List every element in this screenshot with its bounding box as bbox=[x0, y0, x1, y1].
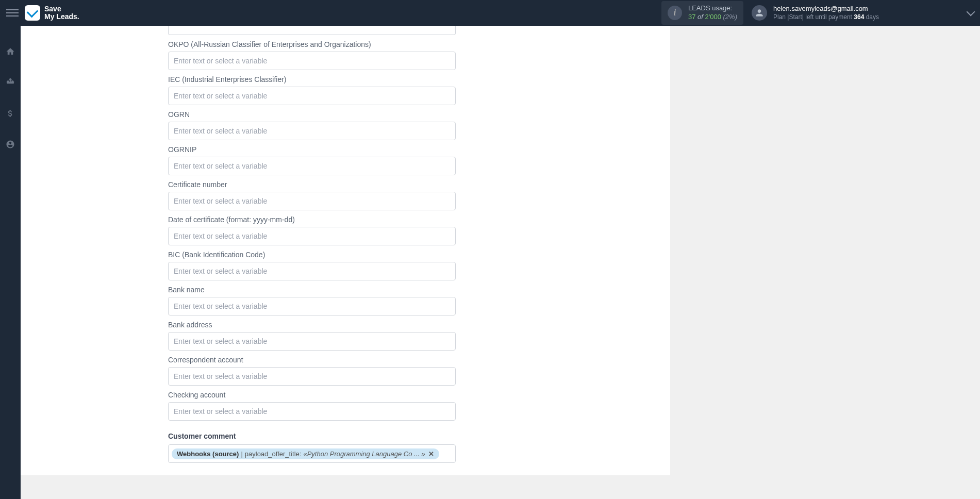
field-input[interactable] bbox=[168, 192, 456, 210]
field-input[interactable] bbox=[168, 87, 456, 105]
field-label: OGRNIP bbox=[168, 145, 655, 154]
form-group: Bank address bbox=[168, 321, 655, 351]
info-icon: i bbox=[668, 6, 682, 20]
plan-prefix: Plan | bbox=[773, 13, 789, 21]
form-group: IEC (Industrial Enterprises Classifier) bbox=[168, 75, 655, 105]
form-group: BIC (Bank Identification Code) bbox=[168, 251, 655, 280]
field-label: IEC (Industrial Enterprises Classifier) bbox=[168, 75, 655, 84]
comment-label: Customer comment bbox=[168, 432, 655, 440]
field-label: Date of certificate (format: yyyy-mm-dd) bbox=[168, 215, 655, 224]
svg-rect-0 bbox=[10, 79, 11, 80]
brand-text: Save My Leads. bbox=[44, 5, 79, 21]
svg-rect-2 bbox=[10, 82, 11, 83]
field-input[interactable] bbox=[168, 262, 456, 280]
chevron-down-icon[interactable] bbox=[967, 7, 975, 16]
usage-pct: (2%) bbox=[723, 13, 737, 21]
sidebar-home[interactable] bbox=[0, 41, 21, 62]
field-input[interactable] bbox=[168, 402, 456, 421]
field-label: Certificate number bbox=[168, 180, 655, 189]
usage-of: of bbox=[697, 13, 703, 21]
field-label: Bank address bbox=[168, 321, 655, 329]
tag-value: «Python Programming Language Co ... » bbox=[303, 450, 425, 458]
tag-pipe: | bbox=[241, 450, 242, 458]
field-input[interactable] bbox=[168, 367, 456, 386]
plan-mid: | left until payment bbox=[802, 13, 854, 21]
field-input[interactable] bbox=[168, 52, 456, 70]
plan-days: 364 bbox=[854, 13, 864, 21]
usage-values: 37 of 2'000 (2%) bbox=[688, 13, 737, 22]
svg-rect-1 bbox=[7, 82, 8, 83]
field-label: Correspondent account bbox=[168, 356, 655, 364]
brand-line1: Save bbox=[44, 5, 79, 13]
field-label: OGRN bbox=[168, 110, 655, 119]
field-input[interactable] bbox=[168, 297, 456, 315]
svg-rect-3 bbox=[12, 82, 14, 83]
tag-close-icon[interactable]: ✕ bbox=[428, 450, 434, 458]
plan-name: Start bbox=[789, 13, 802, 21]
usage-label: LEADS usage: bbox=[688, 4, 737, 13]
user-area[interactable]: helen.savemyleads@gmail.com Plan |Start|… bbox=[752, 5, 974, 21]
form-group: OKPO (All-Russian Classifier of Enterpri… bbox=[168, 40, 655, 70]
comment-tag-input[interactable]: Webhooks (source) | payload_offer_title:… bbox=[168, 444, 456, 463]
main-content: OKPO (All-Russian Classifier of Enterpri… bbox=[21, 26, 980, 499]
usage-total: 2'000 bbox=[705, 13, 721, 21]
avatar-icon bbox=[752, 5, 767, 21]
field-input[interactable] bbox=[168, 227, 456, 245]
leads-usage-box[interactable]: i LEADS usage: 37 of 2'000 (2%) bbox=[661, 1, 743, 25]
user-email: helen.savemyleads@gmail.com bbox=[773, 5, 879, 13]
form-group: Certificate number bbox=[168, 180, 655, 210]
form-group: Date of certificate (format: yyyy-mm-dd) bbox=[168, 215, 655, 245]
form-group: OGRNIP bbox=[168, 145, 655, 175]
header-right: i LEADS usage: 37 of 2'000 (2%) helen.sa… bbox=[661, 1, 974, 25]
form-container: OKPO (All-Russian Classifier of Enterpri… bbox=[21, 26, 670, 465]
usage-text: LEADS usage: 37 of 2'000 (2%) bbox=[688, 4, 737, 22]
form-group: Correspondent account bbox=[168, 356, 655, 386]
user-details: helen.savemyleads@gmail.com Plan |Start|… bbox=[773, 5, 879, 21]
top-header: Save My Leads. i LEADS usage: 37 of 2'00… bbox=[0, 0, 980, 26]
plan-suffix: days bbox=[864, 13, 879, 21]
form-group: Bank name bbox=[168, 286, 655, 315]
sidebar-billing[interactable] bbox=[0, 103, 21, 124]
tag-source: Webhooks (source) bbox=[177, 450, 239, 458]
logo-icon bbox=[25, 5, 40, 21]
usage-used: 37 bbox=[688, 13, 695, 21]
field-input[interactable] bbox=[168, 157, 456, 175]
user-plan: Plan |Start| left until payment 364 days bbox=[773, 13, 879, 22]
field-label: Bank name bbox=[168, 286, 655, 294]
field-label: Checking account bbox=[168, 391, 655, 399]
left-sidebar bbox=[0, 26, 21, 499]
form-group: Checking account bbox=[168, 391, 655, 421]
brand-logo[interactable]: Save My Leads. bbox=[25, 5, 79, 21]
menu-icon[interactable] bbox=[6, 7, 19, 19]
brand-line2: My Leads. bbox=[44, 13, 79, 21]
form-group: OGRN bbox=[168, 110, 655, 140]
content-panel: OKPO (All-Russian Classifier of Enterpri… bbox=[21, 26, 670, 475]
field-label: BIC (Bank Identification Code) bbox=[168, 251, 655, 259]
tag-payload: payload_offer_title: bbox=[245, 450, 302, 458]
field-input[interactable] bbox=[168, 122, 456, 140]
sidebar-connections[interactable] bbox=[0, 72, 21, 93]
tag-pill: Webhooks (source) | payload_offer_title:… bbox=[172, 448, 439, 459]
sidebar-account[interactable] bbox=[0, 134, 21, 155]
field-label: OKPO (All-Russian Classifier of Enterpri… bbox=[168, 40, 655, 48]
field-input[interactable] bbox=[168, 332, 456, 351]
partial-input-top[interactable] bbox=[168, 26, 456, 35]
